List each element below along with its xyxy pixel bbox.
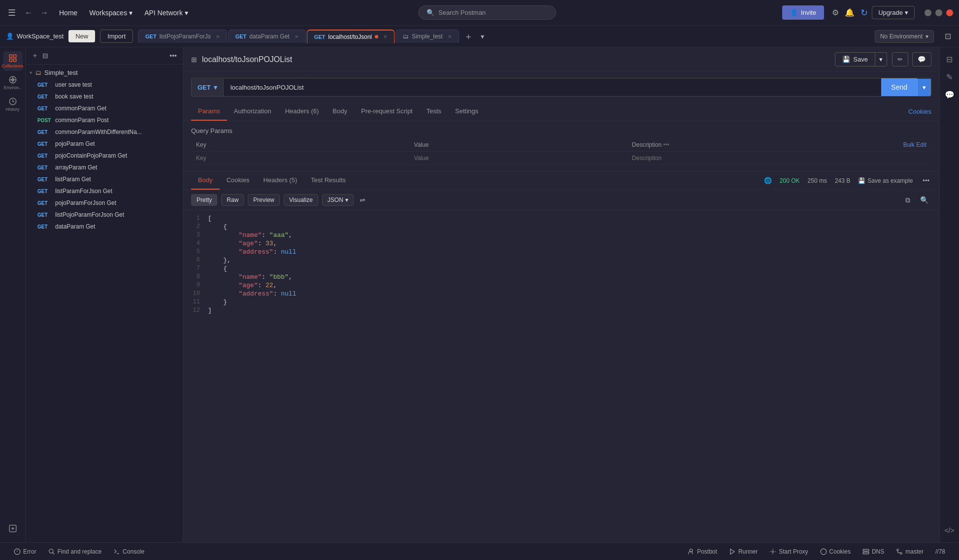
list-item[interactable]: GET dataParam Get <box>26 221 183 232</box>
response-tab-cookies[interactable]: Cookies <box>220 171 257 190</box>
environments-icon-nav[interactable]: Environ.. <box>3 73 23 93</box>
code-line-10: 10 "address": null <box>183 290 939 298</box>
runner-button[interactable]: Runner <box>723 548 763 555</box>
tab-settings[interactable]: Settings <box>448 102 485 121</box>
tab-params[interactable]: Params <box>191 102 227 121</box>
param-desc-input[interactable] <box>632 155 706 162</box>
notifications-icon[interactable]: 🔔 <box>845 8 855 17</box>
api-network-nav[interactable]: API Network ▾ <box>140 7 192 19</box>
tab-cookies[interactable]: Cookies <box>908 103 931 120</box>
response-tab-body[interactable]: Body <box>191 171 220 190</box>
list-item[interactable]: GET book save test <box>26 91 183 102</box>
send-dropdown-button[interactable]: ▾ <box>917 79 931 96</box>
collections-icon-nav[interactable]: Collections <box>3 51 23 71</box>
comment-icon-button[interactable]: 💬 <box>912 52 931 66</box>
pretty-button[interactable]: Pretty <box>191 194 217 206</box>
save-dropdown-button[interactable]: ▾ <box>875 52 887 66</box>
tab-close-3[interactable]: ✕ <box>448 34 452 39</box>
home-nav[interactable]: Home <box>55 7 81 19</box>
response-tab-headers[interactable]: Headers (5) <box>257 171 304 190</box>
env-select[interactable]: No Environment ▾ <box>875 30 934 43</box>
tab-close-2[interactable]: ✕ <box>383 34 387 39</box>
cookies-bottom-button[interactable]: Cookies <box>814 548 857 555</box>
postbot-button[interactable]: Postbot <box>682 548 723 555</box>
history-icon-nav[interactable]: History <box>3 95 23 114</box>
param-value-input[interactable] <box>414 155 488 162</box>
save-button[interactable]: 💾 Save <box>835 52 875 66</box>
settings-icon[interactable]: ⚙ <box>832 8 839 17</box>
console-button[interactable]: Console <box>107 548 150 555</box>
url-input[interactable] <box>224 79 882 96</box>
tab-dropdown-button[interactable]: ▾ <box>478 31 487 42</box>
search-icon[interactable]: 🔍 <box>917 196 931 204</box>
new-button[interactable]: New <box>68 30 95 42</box>
raw-button[interactable]: Raw <box>221 194 244 206</box>
list-item[interactable]: GET listPojoParamForJson Get <box>26 209 183 221</box>
chevron-down-icon: ▾ <box>905 9 908 16</box>
param-key-input[interactable] <box>196 155 270 162</box>
more-options-icon[interactable]: ••• <box>663 141 669 148</box>
sidebar-toggle-icon[interactable]: ⊡ <box>943 31 953 42</box>
search-bar[interactable]: 🔍 Search Postman <box>418 5 556 20</box>
error-button[interactable]: Error <box>8 548 42 555</box>
right-panel-icon-4[interactable]: </> <box>942 523 958 538</box>
tab-2[interactable]: GET localhost/toJsonl ✕ <box>307 30 395 43</box>
filter-icon[interactable]: ⇌ <box>360 196 365 204</box>
list-item[interactable]: GET listParamForJson Get <box>26 185 183 197</box>
tab-tests[interactable]: Tests <box>420 102 448 121</box>
tab-0[interactable]: GET listPojoParamForJs ✕ <box>138 30 227 43</box>
add-tab-button[interactable]: ＋ <box>460 29 477 44</box>
more-options-icon[interactable]: ••• <box>921 177 931 184</box>
master-branch-button[interactable]: master <box>890 548 929 555</box>
upgrade-button[interactable]: Upgrade ▾ <box>872 6 915 19</box>
tab-close-0[interactable]: ✕ <box>216 34 220 39</box>
response-tab-test-results[interactable]: Test Results <box>304 171 353 190</box>
close-button[interactable] <box>946 9 953 16</box>
list-item[interactable]: GET arrayParam Get <box>26 162 183 173</box>
workspaces-nav[interactable]: Workspaces ▾ <box>85 7 136 19</box>
find-replace-button[interactable]: Find and replace <box>42 548 107 555</box>
list-item[interactable]: GET commonParamWithDifferentNa... <box>26 126 183 138</box>
right-panel-icon-1[interactable]: ⊟ <box>942 51 958 67</box>
edit-icon-button[interactable]: ✏ <box>892 52 908 66</box>
list-item[interactable]: GET listParam Get <box>26 173 183 185</box>
tab-headers[interactable]: Headers (6) <box>278 102 326 121</box>
invite-button[interactable]: 👤 Invite <box>782 5 824 20</box>
collection-header[interactable]: ▾ 🗂 Simple_test <box>26 66 183 79</box>
tab-close-1[interactable]: ✕ <box>295 34 298 39</box>
tab-prerequest[interactable]: Pre-request Script <box>354 102 420 121</box>
back-button[interactable]: ← <box>22 6 35 19</box>
copy-icon[interactable]: ⧉ <box>902 196 913 204</box>
forward-button[interactable]: → <box>37 6 51 19</box>
right-panel-icon-3[interactable]: 💬 <box>942 87 958 102</box>
dns-button[interactable]: DNS <box>857 548 890 555</box>
extensions-icon-nav[interactable] <box>3 519 23 538</box>
list-item[interactable]: GET pojoParam Get <box>26 138 183 150</box>
list-item[interactable]: GET commonParam Get <box>26 102 183 114</box>
json-format-selector[interactable]: JSON ▾ <box>322 194 354 206</box>
tab-body[interactable]: Body <box>326 102 354 121</box>
send-button[interactable]: Send <box>881 78 917 96</box>
start-proxy-button[interactable]: Start Proxy <box>763 548 814 555</box>
right-panel-icon-2[interactable]: ✎ <box>942 69 958 85</box>
list-item[interactable]: GET user save test <box>26 79 183 91</box>
visualize-button[interactable]: Visualize <box>284 194 318 206</box>
bulk-edit-button[interactable]: Bulk Edit <box>845 138 931 152</box>
maximize-button[interactable] <box>935 9 942 16</box>
list-item[interactable]: GET pojoParamForJson Get <box>26 197 183 209</box>
tab-authorization[interactable]: Authorization <box>227 102 278 121</box>
menu-icon[interactable]: ☰ <box>6 5 18 20</box>
minimize-button[interactable] <box>925 9 931 16</box>
method-select[interactable]: GET ▾ <box>192 79 224 96</box>
save-as-example-button[interactable]: 💾 Save as example <box>858 177 913 184</box>
more-options-icon[interactable]: ••• <box>169 52 177 60</box>
list-item[interactable]: POST commonParam Post <box>26 114 183 126</box>
list-item[interactable]: GET pojoContainPojoParam Get <box>26 150 183 162</box>
sync-icon[interactable]: ↻ <box>860 7 868 18</box>
tab-3[interactable]: 🗂 Simple_test ✕ <box>396 30 459 43</box>
add-collection-icon[interactable]: ＋ <box>32 51 38 60</box>
filter-icon[interactable]: ⊟ <box>42 52 48 60</box>
tab-1[interactable]: GET dataParam Get ✕ <box>228 30 306 43</box>
preview-button[interactable]: Preview <box>248 194 280 206</box>
import-button[interactable]: Import <box>100 30 133 43</box>
